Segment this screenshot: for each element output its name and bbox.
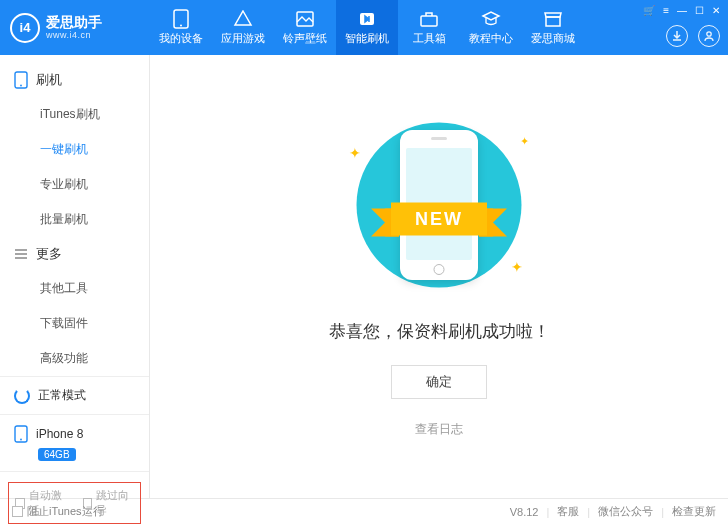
phone-outline-icon	[14, 71, 28, 89]
nav-label: 智能刷机	[345, 31, 389, 46]
success-message: 恭喜您，保资料刷机成功啦！	[329, 320, 550, 343]
support-link[interactable]: 客服	[557, 504, 579, 519]
sidebar-item-batch-flash[interactable]: 批量刷机	[0, 202, 149, 237]
update-link[interactable]: 检查更新	[672, 504, 716, 519]
nav-label: 我的设备	[159, 31, 203, 46]
svg-rect-4	[421, 16, 437, 26]
sidebar: 刷机 iTunes刷机 一键刷机 专业刷机 批量刷机 更多 其他工具 下载固件 …	[0, 55, 150, 498]
content-area: ✦ ✦ ✦ NEW 恭喜您，保资料刷机成功啦！ 确定 查看日志	[150, 55, 728, 498]
sidebar-item-download-fw[interactable]: 下载固件	[0, 306, 149, 341]
apps-icon	[232, 9, 254, 29]
app-name: 爱思助手	[46, 15, 102, 30]
view-log-link[interactable]: 查看日志	[415, 421, 463, 438]
app-url: www.i4.cn	[46, 30, 102, 40]
checkbox-label: 阻止iTunes运行	[27, 504, 104, 519]
flash-icon	[356, 9, 378, 29]
nav-tab-media[interactable]: 铃声壁纸	[274, 0, 336, 55]
app-header: i4 爱思助手 www.i4.cn 我的设备 应用游戏 铃声壁纸 智能刷机 工具…	[0, 0, 728, 55]
nav-label: 工具箱	[413, 31, 446, 46]
refresh-icon	[14, 388, 30, 404]
svg-point-8	[20, 85, 22, 87]
sidebar-group-more[interactable]: 更多	[0, 237, 149, 271]
window-controls: 🛒 ≡ — ☐ ✕	[643, 5, 720, 16]
device-name: iPhone 8	[36, 427, 83, 441]
nav-label: 铃声壁纸	[283, 31, 327, 46]
close-icon[interactable]: ✕	[712, 5, 720, 16]
sparkle-icon: ✦	[511, 259, 523, 275]
nav-tabs: 我的设备 应用游戏 铃声壁纸 智能刷机 工具箱 教程中心 爱思商城	[150, 0, 728, 55]
sparkle-icon: ✦	[349, 145, 361, 161]
separator: |	[661, 506, 664, 518]
maximize-icon[interactable]: ☐	[695, 5, 704, 16]
svg-point-1	[180, 25, 182, 27]
svg-point-6	[707, 32, 711, 36]
header-action-btns	[666, 25, 720, 47]
logo-area: i4 爱思助手 www.i4.cn	[0, 13, 150, 43]
nav-tab-toolbox[interactable]: 工具箱	[398, 0, 460, 55]
success-illustration: ✦ ✦ ✦ NEW	[339, 115, 539, 295]
tutorial-icon	[480, 9, 502, 29]
storage-badge: 64GB	[38, 448, 76, 461]
ribbon-text: NEW	[391, 203, 487, 236]
sidebar-group-flash[interactable]: 刷机	[0, 63, 149, 97]
nav-label: 教程中心	[469, 31, 513, 46]
phone-icon	[14, 425, 28, 443]
separator: |	[587, 506, 590, 518]
sidebar-item-other-tools[interactable]: 其他工具	[0, 271, 149, 306]
download-button[interactable]	[666, 25, 688, 47]
separator: |	[546, 506, 549, 518]
sidebar-group-title: 刷机	[36, 71, 62, 89]
device-panel[interactable]: iPhone 8 64GB	[0, 414, 149, 471]
sidebar-item-onekey-flash[interactable]: 一键刷机	[0, 132, 149, 167]
store-icon	[542, 9, 564, 29]
nav-tab-device[interactable]: 我的设备	[150, 0, 212, 55]
cart-icon[interactable]: 🛒	[643, 5, 655, 16]
new-ribbon: NEW	[391, 203, 487, 236]
logo-icon: i4	[10, 13, 40, 43]
svg-point-10	[20, 439, 22, 441]
menu-icon[interactable]: ≡	[663, 5, 669, 16]
block-itunes-checkbox[interactable]: 阻止iTunes运行	[12, 504, 104, 519]
sidebar-item-advanced[interactable]: 高级功能	[0, 341, 149, 376]
nav-tab-apps[interactable]: 应用游戏	[212, 0, 274, 55]
minimize-icon[interactable]: —	[677, 5, 687, 16]
sidebar-item-pro-flash[interactable]: 专业刷机	[0, 167, 149, 202]
nav-tab-tutorial[interactable]: 教程中心	[460, 0, 522, 55]
svg-rect-5	[546, 17, 560, 26]
version-label: V8.12	[510, 506, 539, 518]
sidebar-group-title: 更多	[36, 245, 62, 263]
nav-label: 应用游戏	[221, 31, 265, 46]
checkbox-icon	[12, 506, 23, 517]
mode-label: 正常模式	[38, 387, 86, 404]
media-icon	[294, 9, 316, 29]
nav-label: 爱思商城	[531, 31, 575, 46]
user-button[interactable]	[698, 25, 720, 47]
nav-tab-flash[interactable]: 智能刷机	[336, 0, 398, 55]
mode-status[interactable]: 正常模式	[0, 376, 149, 414]
nav-tab-store[interactable]: 爱思商城	[522, 0, 584, 55]
sparkle-icon: ✦	[520, 135, 529, 148]
menu-lines-icon	[14, 247, 28, 261]
wechat-link[interactable]: 微信公众号	[598, 504, 653, 519]
device-icon	[170, 9, 192, 29]
toolbox-icon	[418, 9, 440, 29]
ok-button[interactable]: 确定	[391, 365, 487, 399]
sidebar-item-itunes-flash[interactable]: iTunes刷机	[0, 97, 149, 132]
